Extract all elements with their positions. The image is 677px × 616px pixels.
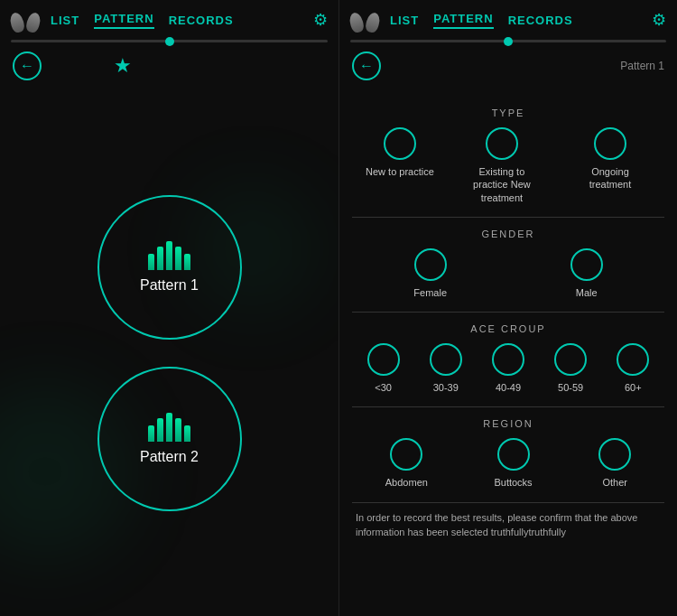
type-existing-radio[interactable] <box>486 127 518 160</box>
region-buttocks[interactable]: Buttocks <box>494 438 532 489</box>
gender-female-label: Female <box>413 286 447 299</box>
bar-3b <box>166 413 172 442</box>
type-options: New to practice Existing to practice New… <box>352 127 664 204</box>
right-nav-list[interactable]: LIST <box>390 14 419 27</box>
right-nav: LIST PATTERN RECORDS <box>390 12 573 29</box>
type-ongoing-label: Ongoing treatment <box>570 165 651 191</box>
divider-3 <box>352 406 664 407</box>
gender-male[interactable]: Male <box>570 248 603 299</box>
type-new-label: New to practice <box>366 165 434 178</box>
age-30-39[interactable]: 30-39 <box>430 343 462 394</box>
region-buttocks-radio[interactable] <box>497 438 530 471</box>
left-progress-dot <box>165 37 174 46</box>
confirm-text: In order to record the best results, ple… <box>352 502 664 547</box>
left-nav: LIST PATTERN RECORDS <box>51 12 234 29</box>
age-30-39-radio[interactable] <box>430 343 462 376</box>
left-nav-list[interactable]: LIST <box>51 14 79 27</box>
right-pattern-num: Pattern 1 <box>620 60 664 72</box>
pattern-1-bars <box>148 241 190 270</box>
right-nav-records[interactable]: RECORDS <box>508 14 573 27</box>
age-lt30-label: <30 <box>375 381 392 394</box>
age-50-59-radio[interactable] <box>554 343 587 376</box>
right-toolbar: ← Pattern 1 <box>339 42 677 89</box>
gender-male-radio[interactable] <box>570 248 603 281</box>
gender-female-radio[interactable] <box>414 248 447 281</box>
region-options: Abdomen Buttocks Other <box>352 438 664 489</box>
region-abdomen[interactable]: Abdomen <box>385 438 428 489</box>
age-30-39-label: 30-39 <box>433 381 459 394</box>
right-progress-line <box>350 40 666 42</box>
bar-1b <box>148 425 154 442</box>
age-60plus[interactable]: 60+ <box>617 343 649 394</box>
age-lt30[interactable]: <30 <box>367 343 400 394</box>
left-back-button[interactable]: ← <box>13 51 42 80</box>
left-panel: LIST PATTERN RECORDS ⚙ ← ★ <box>0 0 338 616</box>
type-section-title: TYPE <box>352 107 664 118</box>
age-40-49-radio[interactable] <box>492 343 524 376</box>
region-buttocks-label: Buttocks <box>494 476 532 489</box>
right-panel: LIST PATTERN RECORDS ⚙ ← Pattern 1 TYPE … <box>338 0 677 616</box>
right-header: LIST PATTERN RECORDS ⚙ <box>339 0 677 40</box>
bar-2 <box>157 247 163 270</box>
type-ongoing[interactable]: Ongoing treatment <box>570 127 651 191</box>
pattern-2-bars <box>148 413 190 442</box>
left-settings-icon[interactable]: ⚙ <box>313 10 328 30</box>
divider-2 <box>352 312 664 313</box>
bar-1 <box>148 254 154 270</box>
region-abdomen-label: Abdomen <box>385 476 428 489</box>
region-other[interactable]: Other <box>598 438 631 489</box>
age-section-title: ACE CROUP <box>352 323 664 334</box>
age-40-49[interactable]: 40-49 <box>492 343 524 394</box>
age-lt30-radio[interactable] <box>367 343 400 376</box>
age-50-59[interactable]: 50-59 <box>554 343 587 394</box>
left-nav-records[interactable]: RECORDS <box>169 14 234 27</box>
type-new[interactable]: New to practice <box>366 127 434 178</box>
divider-1 <box>352 217 664 218</box>
type-new-radio[interactable] <box>384 127 416 160</box>
left-nav-pattern[interactable]: PATTERN <box>94 12 153 29</box>
left-header: LIST PATTERN RECORDS ⚙ <box>0 0 338 40</box>
age-options: <30 30-39 40-49 50-59 60+ <box>352 343 664 394</box>
left-toolbar: ← ★ <box>0 42 338 89</box>
type-existing[interactable]: Existing to practice New treatment <box>461 127 543 204</box>
gender-female[interactable]: Female <box>413 248 447 299</box>
region-abdomen-radio[interactable] <box>390 438 422 471</box>
right-logo <box>350 7 383 33</box>
left-star-icon[interactable]: ★ <box>114 54 132 78</box>
gender-male-label: Male <box>576 286 598 299</box>
pattern-1-item[interactable]: Pattern 1 <box>97 195 242 340</box>
right-nav-pattern[interactable]: PATTERN <box>433 12 493 29</box>
gender-section-title: GENDER <box>352 229 664 239</box>
right-progress-dot <box>504 37 513 46</box>
bar-4 <box>175 247 181 270</box>
age-60plus-label: 60+ <box>625 381 642 394</box>
region-other-radio[interactable] <box>598 438 631 471</box>
bar-5 <box>184 254 190 270</box>
gender-options: Female Male <box>352 248 664 299</box>
age-40-49-label: 40-49 <box>496 381 521 394</box>
right-back-button[interactable]: ← <box>352 51 381 80</box>
logo <box>11 7 43 33</box>
region-other-label: Other <box>602 476 627 489</box>
region-section-title: REGION <box>352 418 664 429</box>
form-content: TYPE New to practice Existing to practic… <box>339 89 677 616</box>
age-60plus-radio[interactable] <box>617 343 649 376</box>
left-progress-line <box>11 40 328 42</box>
pattern-2-item[interactable]: Pattern 2 <box>97 367 242 511</box>
age-50-59-label: 50-59 <box>558 381 583 394</box>
type-existing-label: Existing to practice New treatment <box>461 165 543 204</box>
pattern-2-label: Pattern 2 <box>140 449 199 465</box>
bar-4b <box>175 418 181 442</box>
bar-2b <box>157 418 163 442</box>
type-ongoing-radio[interactable] <box>594 127 626 160</box>
patterns-area: Pattern 1 Pattern 2 <box>0 89 338 616</box>
bar-5b <box>184 425 190 442</box>
bar-3 <box>166 241 172 270</box>
pattern-1-label: Pattern 1 <box>140 277 199 294</box>
right-settings-icon[interactable]: ⚙ <box>652 10 666 30</box>
